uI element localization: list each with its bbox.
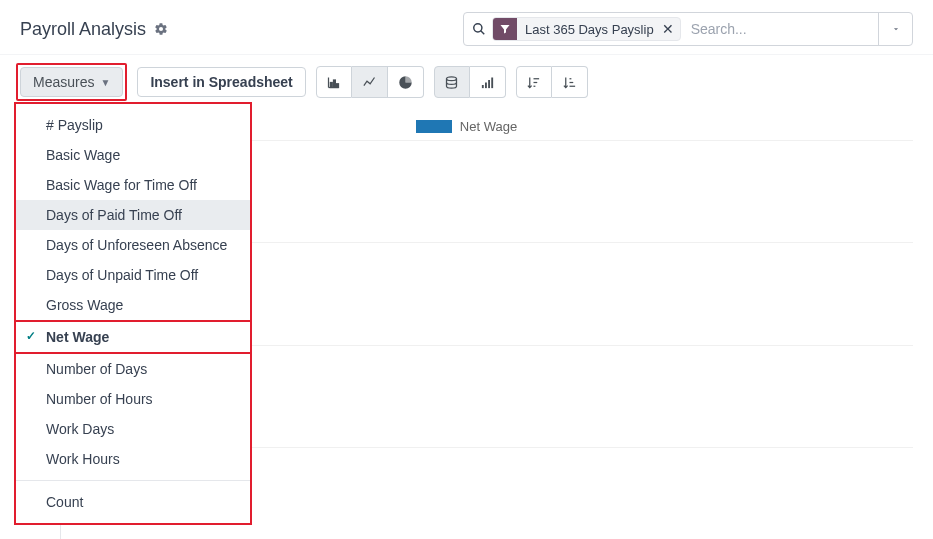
sort-asc-icon[interactable] [552,66,588,98]
measure-option-number-days[interactable]: Number of Days [16,354,250,384]
bar-chart-icon[interactable] [316,66,352,98]
svg-line-1 [481,31,485,35]
filter-chip-label: Last 365 Days Payslip [517,22,662,37]
measure-option-work-days[interactable]: Work Days [16,414,250,444]
search-icon [472,22,486,36]
measure-option-gross-wage[interactable]: Gross Wage [16,290,250,320]
caret-down-icon: ▼ [100,77,110,88]
sort-switcher [516,66,588,98]
legend-label: Net Wage [460,119,517,134]
svg-rect-7 [485,82,487,88]
measure-option-basic-wage[interactable]: Basic Wage [16,140,250,170]
chart-type-switcher [316,66,424,98]
insert-spreadsheet-button[interactable]: Insert in Spreadsheet [137,67,305,97]
svg-rect-9 [491,77,493,88]
search-options-button[interactable] [878,13,912,45]
gear-icon[interactable] [154,22,168,36]
svg-rect-3 [334,80,336,88]
measure-option-number-hours[interactable]: Number of Hours [16,384,250,414]
funnel-icon [493,17,517,41]
pie-chart-icon[interactable] [388,66,424,98]
stacked-icon[interactable] [434,66,470,98]
svg-point-0 [474,24,482,32]
svg-point-5 [447,76,457,80]
svg-rect-8 [488,80,490,88]
filter-chip[interactable]: Last 365 Days Payslip ✕ [492,17,681,41]
close-icon[interactable]: ✕ [662,21,680,37]
svg-rect-4 [337,83,339,87]
svg-rect-2 [331,82,333,87]
measure-option-days-unforeseen[interactable]: Days of Unforeseen Absence [16,230,250,260]
measure-option-work-hours[interactable]: Work Hours [16,444,250,474]
measure-option-net-wage[interactable]: Net Wage [16,320,250,354]
measure-option-payslip[interactable]: # Payslip [16,110,250,140]
measure-option-count[interactable]: Count [16,487,250,517]
signal-icon[interactable] [470,66,506,98]
measures-button[interactable]: Measures ▼ [20,67,123,97]
legend-swatch [416,120,452,133]
sort-desc-icon[interactable] [516,66,552,98]
svg-rect-6 [482,85,484,88]
page-title: Payroll Analysis [20,19,146,40]
measure-option-basic-wage-timeoff[interactable]: Basic Wage for Time Off [16,170,250,200]
search-bar[interactable]: Last 365 Days Payslip ✕ [463,12,913,46]
measures-button-label: Measures [33,74,94,90]
measure-option-days-unpaid-timeoff[interactable]: Days of Unpaid Time Off [16,260,250,290]
line-chart-icon[interactable] [352,66,388,98]
stack-switcher [434,66,506,98]
search-input[interactable] [687,17,872,41]
measure-option-days-paid-timeoff[interactable]: Days of Paid Time Off [16,200,250,230]
measures-dropdown: # Payslip Basic Wage Basic Wage for Time… [14,104,252,525]
dropdown-separator [16,480,250,481]
